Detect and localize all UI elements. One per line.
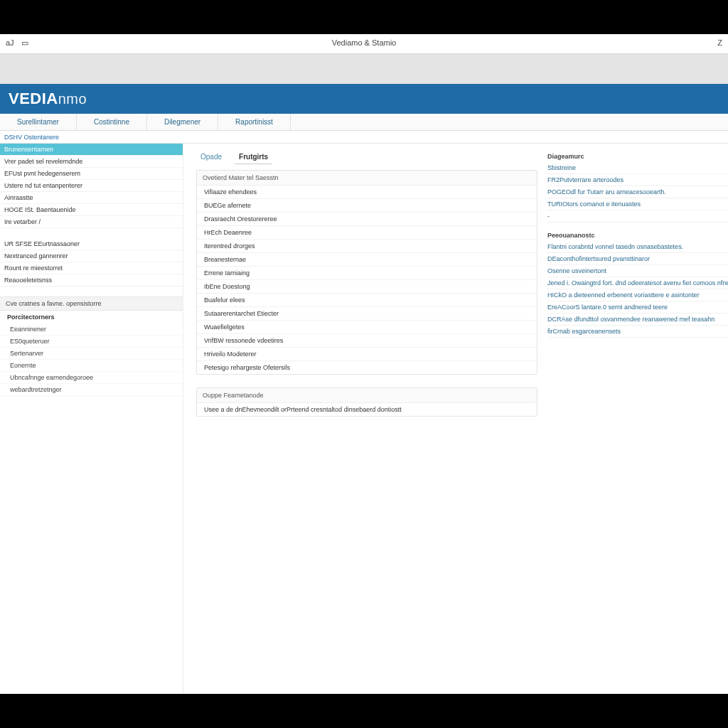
right-0-row-4[interactable]: - <box>547 210 728 223</box>
tabs: Opade Frutgirts <box>196 151 537 164</box>
side-item-9[interactable]: Rount re mieestorret <box>0 262 183 274</box>
right-0-row-0[interactable]: Sbistreine <box>547 162 728 174</box>
right-head-0: Diageamurc <box>547 151 728 162</box>
panel-0-row-10[interactable]: Wuaefielgetes <box>197 321 537 334</box>
right-1-row-5[interactable]: EreACoorS lantare.0 sernt andnered teere <box>547 301 728 314</box>
panel-0-row-11[interactable]: VrifBW ressonede vdeetires <box>197 334 537 348</box>
side-sub-0[interactable]: Eeanninener <box>0 323 183 336</box>
panel-0-row-13[interactable]: Petesigo rehargeste Ofetersils <box>197 361 537 374</box>
panel-0-row-5[interactable]: Breanesternae <box>197 253 537 267</box>
panel-1: Ouppe Fearnetanode Usee a de dnEhevneond… <box>196 387 537 417</box>
side-item-6[interactable]: Ire vetarber / <box>0 216 183 228</box>
panel-0-row-6[interactable]: Errene Iarniaing <box>197 267 537 280</box>
panel-0-row-0[interactable]: Vifiaaze ehendees <box>197 186 537 199</box>
right-gap <box>547 223 728 230</box>
panel-1-head: Ouppe Fearnetanode <box>197 388 537 403</box>
right-0-row-1[interactable]: FR2Putvterrare arteroodes <box>547 174 728 186</box>
side-item-5[interactable]: HOGE ISt. Baentauenide <box>0 204 183 216</box>
right-1-row-4[interactable]: HICkO a dieteenned erbenent voriasttere … <box>547 289 728 301</box>
side-gap-2 <box>0 287 183 296</box>
sidebar: Brunensentarnen Vrer padet sel revelemdn… <box>0 144 183 694</box>
center-column: Opade Frutgirts Ovetierd Mater tel Saess… <box>196 151 537 694</box>
right-head-1: Peeouananostc <box>547 230 728 241</box>
side-item-10[interactable]: Reaooeletetsnss <box>0 274 183 287</box>
window-title: Vediamo & Stamio <box>0 38 728 47</box>
side-subhead: Cve cratnes a favne. opensistorre <box>0 296 183 311</box>
breadcrumb[interactable]: DSHV Ostentanere <box>0 131 728 144</box>
side-gap-1 <box>0 228 183 238</box>
menu-item-3[interactable]: Raportinisst <box>218 114 291 130</box>
brand-logo: VEDIAnmo <box>9 90 87 108</box>
menu-item-2[interactable]: Dilegmener <box>147 114 218 130</box>
panel-1-row-0[interactable]: Usee a de dnEhevneondilt orPrteend cresn… <box>197 403 537 416</box>
right-0-row-2[interactable]: POGEOdl fur Tutarr aru arneacesooearth. <box>547 186 728 198</box>
right-1-row-0[interactable]: Flantni corabntd vonnel tasedn osnasebas… <box>547 241 728 253</box>
panel-0-row-1[interactable]: BUEGe afernete <box>197 199 537 213</box>
right-1-row-1[interactable]: DEaconthofintertsured pvansttinaror <box>547 253 728 265</box>
body: Brunensentarnen Vrer padet sel revelemdn… <box>0 144 728 694</box>
app-frame: aJ ▭ Vediamo & Stamio Z VEDIAnmo Surelli… <box>0 34 728 694</box>
right-column: Diageamurc Sbistreine FR2Putvterrare art… <box>547 151 728 694</box>
menu-item-1[interactable]: Costintinne <box>77 114 147 130</box>
side-item-1[interactable]: Vrer padet sel revelemdnde <box>0 156 183 168</box>
side-section-title: Porcitectorners <box>0 311 183 323</box>
menu-bar: Surellintamer Costintinne Dilegmener Rap… <box>0 114 728 131</box>
right-1-row-2[interactable]: Osenne usveinertont <box>547 265 728 277</box>
panel-0-row-12[interactable]: Hriveilo Modeterer <box>197 348 537 361</box>
side-sub-4[interactable]: Ubncafnnge earnendegoroee <box>0 372 183 384</box>
side-item-7[interactable]: UR SFSE EEurtnassaoner <box>0 238 183 250</box>
side-item-2[interactable]: EFUst pvnt hedegenserem <box>0 168 183 180</box>
panel-0-head: Ovetierd Mater tel Saesstn <box>197 171 537 186</box>
close-icon[interactable]: Z <box>717 38 722 47</box>
brand-light: nmo <box>58 91 87 107</box>
right-1-row-7[interactable]: firCrnab esgarceanensets <box>547 326 728 338</box>
toolbar-spacer <box>0 54 728 84</box>
side-item-8[interactable]: Nextranced gannenrer <box>0 250 183 262</box>
menu-item-0[interactable]: Surellintamer <box>0 114 77 130</box>
panel-0-row-9[interactable]: Sutaarerentarchet Etiecter <box>197 307 537 321</box>
brand-strong: VEDIA <box>9 90 58 107</box>
side-sub-5[interactable]: webardtretzetnger <box>0 384 183 396</box>
right-1-row-6[interactable]: DCRAse dfundttol osvanmendee reanawened … <box>547 314 728 326</box>
side-sub-3[interactable]: Eonernte <box>0 360 183 372</box>
panel-0-row-4[interactable]: Iterentred drorges <box>197 240 537 253</box>
panel-0: Ovetierd Mater tel Saesstn Vifiaaze ehen… <box>196 170 537 375</box>
panel-0-row-2[interactable]: Drasraecht Orestorereree <box>197 213 537 226</box>
right-0-row-3[interactable]: TURIOtors comanot e itenuastes <box>547 198 728 210</box>
main: Opade Frutgirts Ovetierd Mater tel Saess… <box>183 144 728 694</box>
panel-0-row-3[interactable]: HrEch Deaenree <box>197 226 537 240</box>
panel-0-row-8[interactable]: Buafelur elees <box>197 294 537 307</box>
side-sub-1[interactable]: ES0queteruer <box>0 336 183 348</box>
brand-bar: VEDIAnmo <box>0 84 728 114</box>
right-1-row-3[interactable]: Jened i. Owaingtrd fort. dnd odeeratesot… <box>547 277 728 289</box>
side-item-0[interactable]: Brunensentarnen <box>0 144 183 156</box>
title-bar: aJ ▭ Vediamo & Stamio Z <box>0 34 728 54</box>
side-item-4[interactable]: Ainraastte <box>0 192 183 204</box>
panel-0-row-7[interactable]: IbEne Doestong <box>197 280 537 294</box>
tab-0[interactable]: Opade <box>196 151 226 164</box>
side-sub-2[interactable]: Sertenarver <box>0 348 183 360</box>
side-item-3[interactable]: Ustere nd tut entanpenterer <box>0 180 183 192</box>
tab-1[interactable]: Frutgirts <box>235 151 272 164</box>
